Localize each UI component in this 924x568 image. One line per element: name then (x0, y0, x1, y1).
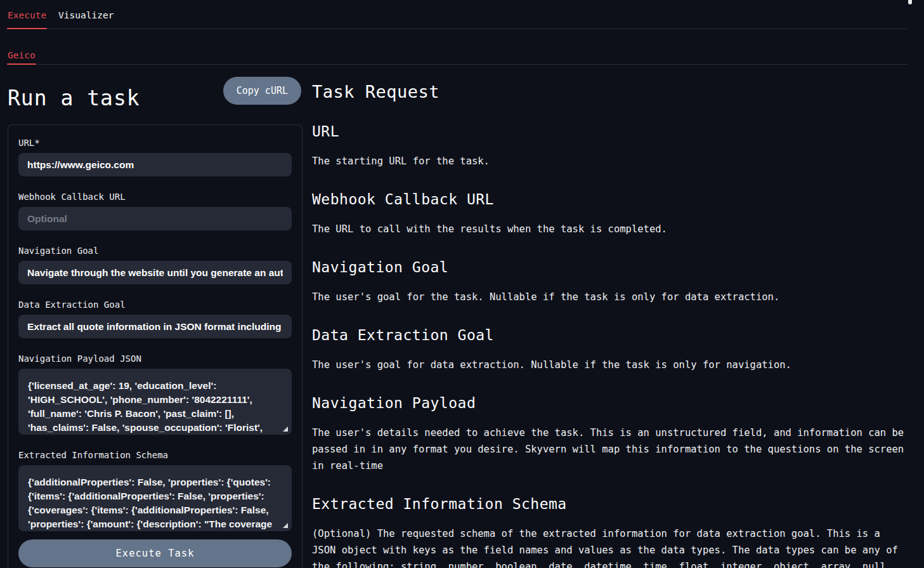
doc-section-description: The user's goal for the task. Nullable i… (312, 289, 907, 305)
copy-curl-button[interactable]: Copy cURL (223, 77, 301, 105)
navigation-goal-input[interactable] (18, 261, 292, 284)
doc-section-description: The URL to call with the results when th… (312, 221, 907, 237)
doc-section-title: URL (312, 123, 907, 140)
data-extraction-goal-label: Data Extraction Goal (18, 300, 292, 310)
webhook-input[interactable] (18, 207, 292, 230)
secondary-tabs: Geico (7, 29, 907, 65)
doc-section-data-extraction-goal: Data Extraction Goal The user's goal for… (312, 327, 907, 373)
navigation-payload-wrap: {'licensed_at_age': 19, 'education_level… (18, 369, 292, 435)
main-tabs: Execute Visualizer (7, 0, 907, 29)
doc-section-url: URL The starting URL for the task. (312, 123, 907, 169)
navigation-goal-label: Navigation Goal (18, 246, 292, 256)
execute-task-button[interactable]: Execute Task (18, 539, 292, 567)
tab-geico[interactable]: Geico (7, 29, 36, 64)
navigation-payload-label: Navigation Payload JSON (18, 353, 292, 364)
doc-section-description: The starting URL for the task. (312, 153, 907, 169)
doc-section-title: Data Extraction Goal (312, 327, 907, 343)
doc-section-title: Webhook Callback URL (312, 191, 907, 208)
left-header: Run a task Copy cURL (8, 76, 303, 114)
extracted-schema-label: Extracted Information Schema (18, 450, 292, 460)
doc-section-webhook: Webhook Callback URL The URL to call wit… (312, 191, 907, 237)
doc-section-navigation-payload: Navigation Payload The user's details ne… (312, 395, 907, 474)
webhook-label: Webhook Callback URL (18, 192, 292, 202)
doc-section-extracted-schema: Extracted Information Schema (Optional) … (312, 496, 907, 568)
scrollbar-thumb[interactable] (908, 0, 912, 4)
doc-section-description: The user's goal for data extraction. Nul… (312, 357, 907, 373)
doc-section-title: Navigation Goal (312, 259, 907, 275)
tab-visualizer[interactable]: Visualizer (58, 0, 114, 29)
doc-section-title: Extracted Information Schema (312, 496, 907, 512)
url-input[interactable] (18, 153, 292, 176)
doc-section-description: The user's details needed to achieve the… (312, 425, 907, 474)
doc-section-navigation-goal: Navigation Goal The user's goal for the … (312, 259, 907, 305)
docs-title: Task Request (312, 82, 907, 102)
url-label: URL* (18, 138, 292, 148)
doc-section-title: Navigation Payload (312, 395, 907, 411)
navigation-payload-textarea[interactable]: {'licensed_at_age': 19, 'education_level… (18, 369, 292, 435)
task-request-docs: Task Request URL The starting URL for th… (312, 82, 907, 568)
tab-execute[interactable]: Execute (7, 0, 47, 29)
data-extraction-goal-input[interactable] (18, 315, 292, 338)
doc-section-description: (Optional) The requested schema of the e… (312, 525, 907, 568)
extracted-schema-wrap: {'additionalProperties': False, 'propert… (18, 465, 292, 531)
run-task-form: URL* Webhook Callback URL Navigation Goa… (8, 124, 303, 568)
extracted-schema-textarea[interactable]: {'additionalProperties': False, 'propert… (18, 465, 292, 531)
